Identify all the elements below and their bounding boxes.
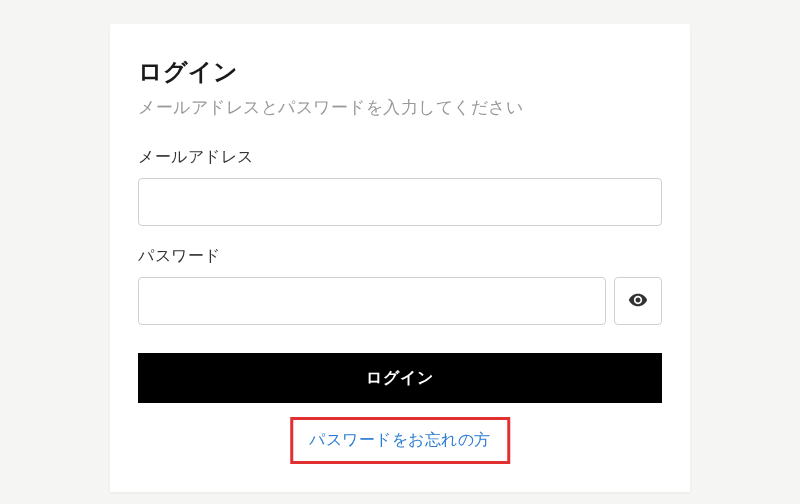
- password-wrapper: [138, 277, 662, 325]
- password-input[interactable]: [138, 277, 606, 325]
- login-title: ログイン: [138, 56, 662, 88]
- forgot-password-link[interactable]: パスワードをお忘れの方: [309, 431, 491, 448]
- eye-icon: [628, 290, 648, 313]
- login-subtitle: メールアドレスとパスワードを入力してください: [138, 96, 662, 119]
- login-button[interactable]: ログイン: [138, 353, 662, 403]
- email-label: メールアドレス: [138, 147, 662, 168]
- login-card: ログイン メールアドレスとパスワードを入力してください メールアドレス パスワー…: [110, 24, 690, 492]
- email-input[interactable]: [138, 178, 662, 226]
- email-field-group: メールアドレス: [138, 147, 662, 226]
- password-field-group: パスワード: [138, 246, 662, 325]
- toggle-password-visibility-button[interactable]: [614, 277, 662, 325]
- forgot-password-highlight: パスワードをお忘れの方: [290, 417, 510, 464]
- password-label: パスワード: [138, 246, 662, 267]
